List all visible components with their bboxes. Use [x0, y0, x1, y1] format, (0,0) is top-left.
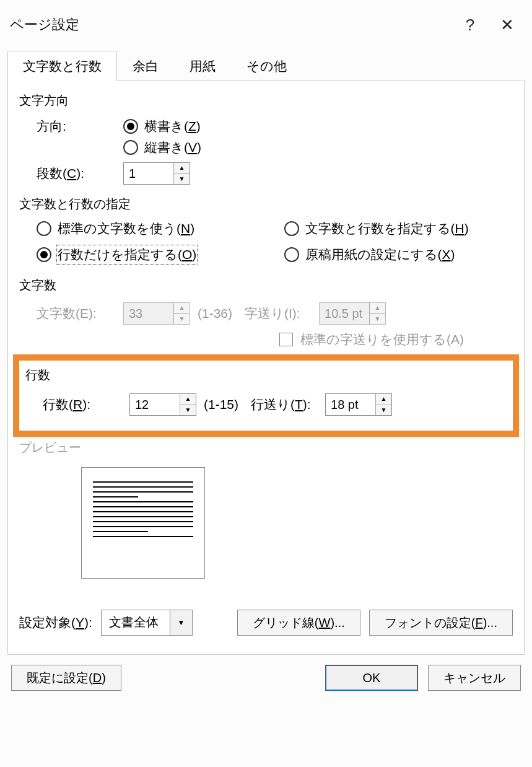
- gridlines-button[interactable]: グリッド線(W)...: [237, 610, 360, 636]
- columns-spinner-arrows[interactable]: ▲▼: [173, 163, 190, 184]
- close-button[interactable]: ✕: [489, 11, 526, 38]
- apply-to-select[interactable]: 文書全体 ▼: [101, 610, 193, 636]
- columns-input[interactable]: [124, 163, 173, 184]
- section-title-label: 行数: [25, 367, 50, 383]
- chevron-down-icon[interactable]: ▼: [170, 610, 192, 635]
- section-title-label: 文字数: [19, 277, 56, 294]
- help-button[interactable]: ?: [451, 11, 489, 38]
- cancel-button[interactable]: キャンセル: [428, 665, 521, 691]
- radio-genko[interactable]: 原稿用紙の設定にする(X): [284, 246, 513, 263]
- use-standard-pitch-checkbox: 標準の字送りを使用する(A): [279, 331, 464, 348]
- spinner-up-icon: ▲: [370, 303, 385, 313]
- tab-panel: 文字方向 方向: 横書き(Z) 縦書き(V) 段数(C):: [7, 81, 525, 655]
- tab-paper[interactable]: 用紙: [174, 51, 231, 81]
- use-standard-pitch-label: 標準の字送りを使用する(A): [300, 331, 464, 348]
- section-title-label: 文字方向: [19, 92, 69, 109]
- chars-input: [124, 303, 173, 324]
- radio-vertical-label: 縦書き(: [144, 140, 188, 154]
- columns-label: 段数(C):: [37, 165, 123, 182]
- chars-per-line-label: 文字数(E):: [37, 305, 123, 322]
- tab-other[interactable]: その他: [231, 51, 302, 81]
- line-pitch-input[interactable]: [326, 394, 375, 415]
- char-pitch-spinner-arrows: ▲▼: [369, 303, 385, 324]
- line-pitch-label: 行送り(T):: [251, 396, 325, 413]
- radio-lines-only[interactable]: 行数だけを指定する(O): [37, 246, 266, 263]
- char-pitch-label: 字送り(I):: [245, 305, 319, 322]
- spinner-down-icon[interactable]: ▼: [180, 405, 196, 416]
- page-setup-dialog: ページ設定 ? ✕ 文字数と行数 余白 用紙 その他 文字方向 方向: 横書き(…: [0, 0, 532, 702]
- apply-to-value: 文書全体: [102, 610, 170, 635]
- page-preview: [81, 467, 205, 579]
- spinner-down-icon: ▼: [370, 313, 385, 325]
- section-preview-title: プレビュー: [19, 439, 513, 456]
- tab-chars-lines[interactable]: 文字数と行数: [7, 51, 117, 81]
- section-text-direction-title: 文字方向: [19, 92, 513, 109]
- spinner-down-icon: ▼: [174, 313, 190, 325]
- tab-strip: 文字数と行数 余白 用紙 その他: [7, 51, 525, 81]
- set-default-button[interactable]: 既定に設定(D): [11, 665, 121, 691]
- chars-spinner-arrows: ▲▼: [173, 303, 190, 324]
- lines-input[interactable]: [130, 394, 180, 415]
- section-chars-title: 文字数: [19, 277, 513, 294]
- chars-spinner: ▲▼: [123, 302, 190, 325]
- radio-horizontal-label: 横書き(: [144, 119, 188, 133]
- columns-spinner[interactable]: ▲▼: [123, 162, 190, 185]
- lines-range: (1-15): [204, 397, 238, 412]
- section-spec-title: 文字数と行数の指定: [19, 196, 513, 213]
- line-pitch-spinner-arrows[interactable]: ▲▼: [375, 394, 391, 415]
- chars-range: (1-36): [198, 306, 232, 321]
- spinner-up-icon: ▲: [174, 303, 190, 313]
- spinner-up-icon[interactable]: ▲: [376, 394, 391, 405]
- highlight-lines-section: 行数 行数(R): ▲▼ (1-15) 行送り(T): ▲▼: [13, 354, 519, 437]
- char-pitch-spinner: ▲▼: [319, 302, 386, 325]
- section-title-label: 文字数と行数の指定: [19, 196, 131, 213]
- section-lines-title: 行数: [25, 367, 507, 383]
- radio-standard-chars[interactable]: 標準の文字数を使う(N): [37, 220, 266, 237]
- radio-vertical[interactable]: 縦書き(V): [123, 139, 201, 156]
- char-pitch-input: [320, 303, 369, 324]
- radio-horizontal[interactable]: 横書き(Z): [123, 118, 201, 135]
- tab-margins[interactable]: 余白: [117, 51, 174, 81]
- dialog-footer: 既定に設定(D) OK キャンセル: [0, 655, 532, 702]
- spinner-up-icon[interactable]: ▲: [180, 394, 196, 405]
- section-title-label: プレビュー: [19, 439, 81, 456]
- spinner-up-icon[interactable]: ▲: [174, 163, 190, 173]
- dialog-title: ページ設定: [10, 15, 451, 34]
- spinner-down-icon[interactable]: ▼: [174, 173, 190, 185]
- lines-spinner[interactable]: ▲▼: [129, 393, 196, 416]
- radio-chars-and-lines[interactable]: 文字数と行数を指定する(H): [284, 220, 513, 237]
- ok-button[interactable]: OK: [325, 665, 418, 691]
- lines-label: 行数(R):: [43, 396, 129, 413]
- font-settings-button[interactable]: フォントの設定(F)...: [369, 610, 513, 636]
- titlebar: ページ設定 ? ✕: [0, 0, 532, 47]
- line-pitch-spinner[interactable]: ▲▼: [325, 393, 392, 416]
- apply-to-label: 設定対象(Y):: [19, 614, 92, 631]
- direction-label: 方向:: [37, 118, 123, 135]
- lines-spinner-arrows[interactable]: ▲▼: [180, 394, 196, 415]
- spinner-down-icon[interactable]: ▼: [376, 405, 391, 416]
